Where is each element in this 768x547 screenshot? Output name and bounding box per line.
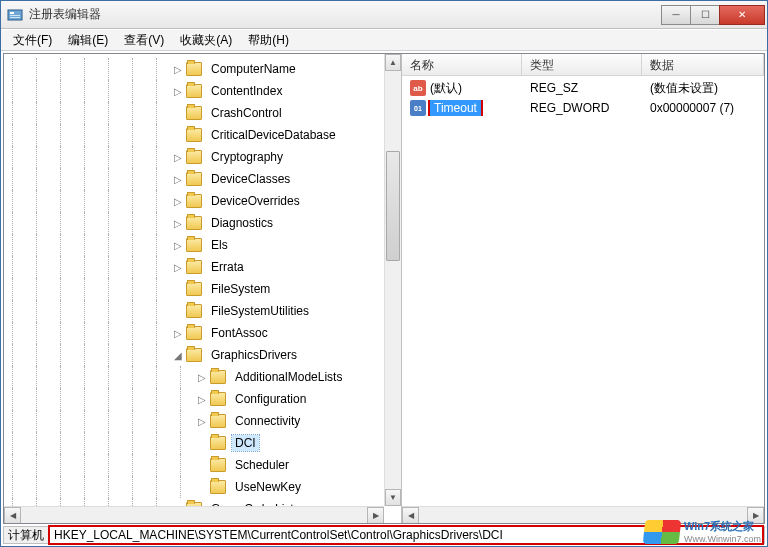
folder-icon bbox=[186, 84, 202, 98]
status-label: 计算机 bbox=[4, 527, 48, 544]
tree-item[interactable]: ▷Errata bbox=[4, 256, 384, 278]
tree-expander-icon[interactable]: ▷ bbox=[196, 415, 208, 427]
tree-item-label: Connectivity bbox=[232, 413, 303, 429]
tree-item-label: FileSystemUtilities bbox=[208, 303, 312, 319]
tree-item-label: DeviceOverrides bbox=[208, 193, 303, 209]
tree-item[interactable]: Scheduler bbox=[4, 454, 384, 476]
tree-expander-icon[interactable] bbox=[172, 129, 184, 141]
column-data[interactable]: 数据 bbox=[642, 54, 764, 75]
tree-expander-icon[interactable] bbox=[172, 107, 184, 119]
close-button[interactable]: ✕ bbox=[719, 5, 765, 25]
tree-expander-icon[interactable] bbox=[196, 459, 208, 471]
tree-pane: ▷ComputerName▷ContentIndexCrashControlCr… bbox=[4, 54, 402, 523]
value-row[interactable]: (默认)REG_SZ(数值未设置) bbox=[402, 78, 764, 98]
tree-item[interactable]: CriticalDeviceDatabase bbox=[4, 124, 384, 146]
menu-help[interactable]: 帮助(H) bbox=[240, 30, 297, 51]
tree-item[interactable]: UseNewKey bbox=[4, 476, 384, 498]
value-name: (默认) bbox=[430, 80, 462, 97]
tree-expander-icon[interactable]: ◢ bbox=[172, 349, 184, 361]
window-controls: ─ ☐ ✕ bbox=[662, 5, 765, 25]
watermark: Win7系统之家 Www.Winwin7.com bbox=[644, 519, 761, 544]
tree-item[interactable]: ▷Connectivity bbox=[4, 410, 384, 432]
tree-expander-icon[interactable]: ▷ bbox=[172, 85, 184, 97]
tree-item[interactable]: FileSystemUtilities bbox=[4, 300, 384, 322]
tree-expander-icon[interactable]: ▷ bbox=[196, 371, 208, 383]
tree-expander-icon[interactable]: ▷ bbox=[172, 217, 184, 229]
menubar: 文件(F) 编辑(E) 查看(V) 收藏夹(A) 帮助(H) bbox=[1, 29, 767, 51]
folder-icon bbox=[186, 172, 202, 186]
tree-item[interactable]: ▷Configuration bbox=[4, 388, 384, 410]
tree-item[interactable]: ◢GraphicsDrivers bbox=[4, 344, 384, 366]
tree-item-label: CriticalDeviceDatabase bbox=[208, 127, 339, 143]
registry-tree[interactable]: ▷ComputerName▷ContentIndexCrashControlCr… bbox=[4, 54, 384, 523]
folder-icon bbox=[186, 150, 202, 164]
scroll-track[interactable] bbox=[385, 71, 401, 489]
folder-icon bbox=[186, 106, 202, 120]
menu-favorites[interactable]: 收藏夹(A) bbox=[172, 30, 240, 51]
tree-item-label: AdditionalModeLists bbox=[232, 369, 345, 385]
tree-expander-icon[interactable]: ▷ bbox=[172, 195, 184, 207]
tree-item-label: CrashControl bbox=[208, 105, 285, 121]
folder-icon bbox=[186, 260, 202, 274]
tree-expander-icon[interactable]: ▷ bbox=[172, 63, 184, 75]
list-header: 名称 类型 数据 bbox=[402, 54, 764, 76]
titlebar[interactable]: 注册表编辑器 ─ ☐ ✕ bbox=[1, 1, 767, 29]
svg-rect-3 bbox=[10, 17, 20, 18]
folder-icon bbox=[186, 326, 202, 340]
tree-expander-icon[interactable]: ▷ bbox=[172, 327, 184, 339]
tree-item[interactable]: ▷Diagnostics bbox=[4, 212, 384, 234]
tree-item-label: ContentIndex bbox=[208, 83, 285, 99]
tree-item-label: Els bbox=[208, 237, 231, 253]
tree-item[interactable]: FileSystem bbox=[4, 278, 384, 300]
tree-item-label: Diagnostics bbox=[208, 215, 276, 231]
tree-expander-icon[interactable] bbox=[196, 481, 208, 493]
menu-view[interactable]: 查看(V) bbox=[116, 30, 172, 51]
menu-file[interactable]: 文件(F) bbox=[5, 30, 60, 51]
tree-vertical-scrollbar[interactable]: ▲ ▼ bbox=[384, 54, 401, 506]
tree-item[interactable]: ▷DeviceOverrides bbox=[4, 190, 384, 212]
windows-logo-icon bbox=[643, 520, 682, 544]
folder-icon bbox=[186, 128, 202, 142]
tree-expander-icon[interactable] bbox=[172, 305, 184, 317]
column-name[interactable]: 名称 bbox=[402, 54, 522, 75]
folder-icon bbox=[186, 216, 202, 230]
scroll-thumb[interactable] bbox=[386, 151, 400, 261]
tree-item[interactable]: ▷FontAssoc bbox=[4, 322, 384, 344]
minimize-button[interactable]: ─ bbox=[661, 5, 691, 25]
scroll-right-button[interactable]: ▶ bbox=[367, 507, 384, 523]
tree-item[interactable]: CrashControl bbox=[4, 102, 384, 124]
scroll-left-button[interactable]: ◀ bbox=[402, 507, 419, 523]
tree-expander-icon[interactable] bbox=[172, 283, 184, 295]
scroll-left-button[interactable]: ◀ bbox=[4, 507, 21, 523]
tree-item[interactable]: ▷Cryptography bbox=[4, 146, 384, 168]
scroll-down-button[interactable]: ▼ bbox=[385, 489, 401, 506]
tree-expander-icon[interactable]: ▷ bbox=[172, 261, 184, 273]
tree-expander-icon[interactable]: ▷ bbox=[172, 151, 184, 163]
tree-horizontal-scrollbar[interactable]: ◀ ▶ bbox=[4, 506, 384, 523]
folder-icon bbox=[186, 194, 202, 208]
folder-icon bbox=[210, 480, 226, 494]
watermark-text: Win7系统之家 Www.Winwin7.com bbox=[684, 519, 761, 544]
tree-expander-icon[interactable]: ▷ bbox=[172, 239, 184, 251]
values-list[interactable]: (默认)REG_SZ(数值未设置)TimeoutREG_DWORD0x00000… bbox=[402, 76, 764, 120]
string-value-icon bbox=[410, 80, 426, 96]
tree-item[interactable]: DCI bbox=[4, 432, 384, 454]
tree-item-label: Scheduler bbox=[232, 457, 292, 473]
tree-item-label: FontAssoc bbox=[208, 325, 271, 341]
maximize-button[interactable]: ☐ bbox=[690, 5, 720, 25]
tree-expander-icon[interactable] bbox=[196, 437, 208, 449]
tree-expander-icon[interactable]: ▷ bbox=[172, 173, 184, 185]
tree-expander-icon[interactable]: ▷ bbox=[196, 393, 208, 405]
menu-edit[interactable]: 编辑(E) bbox=[60, 30, 116, 51]
value-type: REG_SZ bbox=[522, 81, 642, 95]
folder-icon bbox=[186, 282, 202, 296]
tree-item[interactable]: ▷ComputerName bbox=[4, 58, 384, 80]
tree-item[interactable]: ▷DeviceClasses bbox=[4, 168, 384, 190]
value-row[interactable]: TimeoutREG_DWORD0x00000007 (7) bbox=[402, 98, 764, 118]
tree-item[interactable]: ▷Els bbox=[4, 234, 384, 256]
scroll-up-button[interactable]: ▲ bbox=[385, 54, 401, 71]
tree-item[interactable]: ▷ContentIndex bbox=[4, 80, 384, 102]
window-title: 注册表编辑器 bbox=[29, 6, 662, 23]
tree-item[interactable]: ▷AdditionalModeLists bbox=[4, 366, 384, 388]
column-type[interactable]: 类型 bbox=[522, 54, 642, 75]
